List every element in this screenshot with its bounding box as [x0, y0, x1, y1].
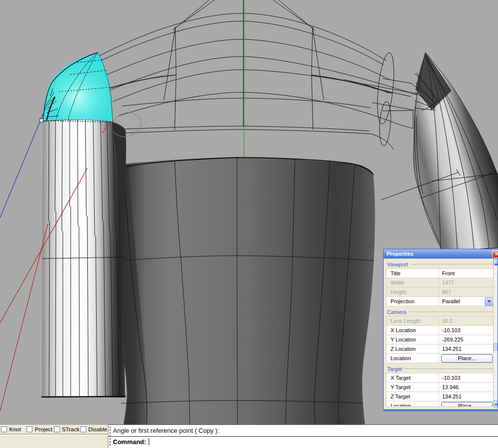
section-target: Target: [386, 363, 498, 373]
location-cell: Place...: [439, 354, 495, 363]
row-label: Title: [387, 269, 439, 278]
close-icon[interactable]: ×: [492, 250, 498, 258]
table-row[interactable]: Z Target 134.251: [387, 392, 495, 401]
x-location-field[interactable]: -10.103: [439, 326, 495, 335]
properties-title-bar[interactable]: Properties ×: [384, 249, 498, 259]
title-value-field[interactable]: Front: [439, 269, 495, 278]
row-label: Width: [387, 278, 439, 288]
project-label: Project: [35, 426, 52, 433]
command-input-line[interactable]: Command:: [113, 437, 496, 448]
location-cell: Place...: [439, 401, 495, 407]
disable-label: Disable: [88, 426, 107, 433]
table-row[interactable]: X Location -10.103: [387, 326, 495, 335]
bottom-bar: Knot Project STrack Disable Angle or fir…: [0, 424, 498, 448]
section-target-label: Target: [386, 366, 402, 372]
height-value: 867: [439, 288, 495, 297]
scroll-up-icon[interactable]: [494, 259, 498, 265]
y-target-field[interactable]: 13.946: [439, 383, 495, 392]
table-row[interactable]: Title Front: [387, 269, 495, 278]
text-cursor: [149, 438, 149, 445]
left-arm-cylinder: [42, 120, 126, 397]
row-label: Lens Length: [387, 316, 439, 326]
table-row[interactable]: Y Location -269.225: [387, 335, 495, 344]
width-value: 1477: [439, 278, 495, 288]
table-row[interactable]: Projection Parallel: [387, 297, 495, 306]
torso-surface: [114, 158, 375, 424]
table-row[interactable]: Y Target 13.946: [387, 383, 495, 392]
row-label: Z Location: [387, 344, 439, 354]
knot-checkbox[interactable]: [1, 426, 7, 432]
command-separator: [108, 436, 498, 437]
command-label: Command:: [113, 438, 146, 446]
lens-length-value: 50.0: [439, 316, 495, 326]
projection-value: Parallel: [442, 298, 460, 304]
table-row: Location Place...: [387, 354, 495, 363]
properties-title: Properties: [387, 251, 413, 257]
x-target-field[interactable]: -10.103: [439, 373, 495, 383]
project-checkbox[interactable]: [26, 426, 32, 432]
scrollbar-thumb[interactable]: [494, 343, 498, 351]
table-row: Width 1477: [387, 278, 495, 288]
camera-table: Lens Length 50.0 X Location -10.103 Y Lo…: [386, 316, 495, 363]
table-row: Height 867: [387, 288, 495, 297]
projection-select[interactable]: Parallel: [439, 297, 495, 306]
table-row[interactable]: Z Location 134.251: [387, 344, 495, 354]
scroll-down-icon[interactable]: [494, 400, 498, 407]
section-viewport: Viewport: [386, 259, 498, 268]
section-divider: [411, 264, 493, 264]
section-divider: [409, 312, 493, 312]
section-camera: Camera: [386, 306, 498, 316]
row-label: Height: [387, 288, 439, 297]
place-button[interactable]: Place...: [441, 354, 493, 363]
row-label: Z Target: [387, 392, 439, 401]
table-row-clipped: Location Place...: [387, 401, 495, 407]
row-label: Location: [387, 401, 439, 407]
viewport-table: Title Front Width 1477 Height 867 Projec…: [386, 268, 495, 306]
row-label: X Location: [387, 326, 439, 335]
properties-body: Viewport Title Front Width 1477 Height 8…: [384, 259, 498, 409]
osnap-toolbar: Knot Project STrack Disable: [0, 424, 108, 448]
disable-checkbox[interactable]: [80, 426, 86, 432]
command-prompt-history: Angle or first reference point ( Copy ):: [113, 426, 496, 436]
table-row: Lens Length 50.0: [387, 316, 495, 326]
z-target-field[interactable]: 134.251: [439, 392, 495, 401]
row-label: Location: [387, 354, 439, 363]
properties-panel: Properties × Viewport Title Front Width …: [383, 249, 498, 411]
row-label: Projection: [387, 297, 439, 306]
panel-scrollbar[interactable]: [493, 259, 498, 407]
command-panel: Angle or first reference point ( Copy ):…: [108, 424, 498, 448]
row-label: X Target: [387, 373, 439, 383]
row-label: Y Target: [387, 383, 439, 392]
place-button[interactable]: Place...: [441, 402, 493, 407]
knot-label: Knot: [9, 426, 21, 433]
app-window: Properties × Viewport Title Front Width …: [0, 0, 498, 448]
section-divider: [405, 369, 493, 369]
section-camera-label: Camera: [386, 309, 406, 315]
strack-label: STrack: [62, 426, 79, 433]
y-location-field[interactable]: -269.225: [439, 335, 495, 344]
osnap-divider: [0, 434, 108, 436]
row-label: Y Location: [387, 335, 439, 344]
control-point-marker[interactable]: [40, 119, 43, 122]
target-table: X Target -10.103 Y Target 13.946 Z Targe…: [386, 373, 495, 407]
strack-checkbox[interactable]: [54, 426, 60, 432]
z-location-field[interactable]: 134.251: [439, 344, 495, 354]
section-viewport-label: Viewport: [386, 262, 408, 267]
table-row[interactable]: X Target -10.103: [387, 373, 495, 383]
